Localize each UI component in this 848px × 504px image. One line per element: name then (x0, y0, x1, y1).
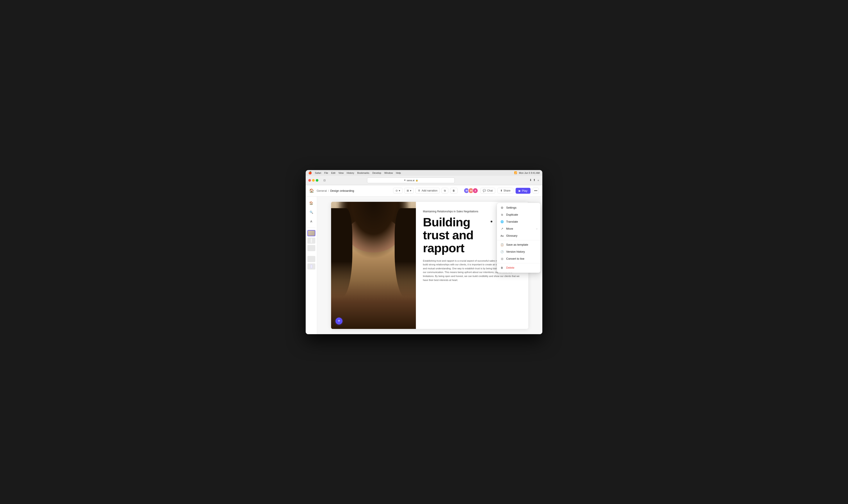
slide-person-image (331, 202, 416, 329)
save-template-label: Save as template (506, 243, 537, 246)
breadcrumb: General / Design onboarding (317, 189, 354, 193)
download-icon[interactable]: ⬇ (529, 178, 532, 182)
glossary-label: Glossary (506, 234, 537, 237)
layout-button[interactable]: ⊞ ▾ (404, 188, 414, 194)
view-mode-button[interactable]: ⊙ ▾ (393, 188, 402, 194)
wifi-icon: 📶 (514, 172, 517, 174)
add-slide-button[interactable]: + (336, 318, 342, 325)
duplicate-label: Duplicate (506, 213, 537, 216)
move-label: Move (506, 227, 534, 230)
menu-bar: 🍎 Safari File Edit View History Bookmark… (306, 170, 542, 176)
menu-help[interactable]: Help (396, 172, 401, 174)
address-bar[interactable]: ✦ sana.ai 🔒 (367, 178, 455, 183)
maximize-window-button[interactable] (316, 179, 319, 182)
browser-actions: ⬇ ⬆ ＋ (529, 178, 540, 182)
more-options-button[interactable]: ••• (533, 187, 539, 194)
minimize-window-button[interactable] (312, 179, 315, 182)
play-icon: ▶ (519, 189, 521, 193)
share-label: Share (504, 189, 510, 192)
menu-item-version-history[interactable]: 🕐 Version history (497, 248, 540, 255)
app-container: 🏠 General / Design onboarding ⊙ ▾ ⊞ ▾ 🎙 … (306, 185, 542, 334)
narration-icon: 🎙 (418, 189, 420, 192)
slide-thumb-5[interactable] (307, 264, 315, 270)
breadcrumb-general[interactable]: General (317, 189, 327, 193)
traffic-lights (308, 179, 319, 182)
chat-icon: 💬 (483, 189, 486, 192)
clock: Mon Jun 5 9:41 AM (519, 172, 540, 174)
breadcrumb-separator: / (328, 189, 329, 193)
menu-item-save-as-template[interactable]: 📋 Save as template (497, 241, 540, 248)
menu-item-settings[interactable]: ⚙ Settings (497, 204, 540, 211)
view-icon: ⊙ (396, 189, 398, 192)
context-menu: ⚙ Settings ⧉ Duplicate 🌐 Translate (497, 203, 541, 273)
menu-history[interactable]: History (347, 172, 354, 174)
move-icon: ↗ (500, 227, 504, 231)
add-narration-label: Add narration (421, 189, 437, 192)
delete-icon: 🗑 (500, 266, 504, 270)
add-narration-button[interactable]: 🎙 Add narration (415, 188, 440, 194)
translate-label: Translate (506, 220, 537, 223)
chat-button[interactable]: 💬 Chat (480, 188, 495, 194)
app-toolbar: 🏠 General / Design onboarding ⊙ ▾ ⊞ ▾ 🎙 … (306, 185, 542, 197)
slide-image (331, 202, 416, 329)
play-label: Play (522, 189, 527, 193)
sidebar-search-icon[interactable]: 🔍 (307, 209, 315, 216)
more-icon: ••• (534, 189, 538, 193)
sidebar-spacer (307, 252, 315, 255)
settings-label: Settings (506, 206, 537, 209)
avatar-3: A (472, 188, 478, 194)
menu-item-duplicate[interactable]: ⧉ Duplicate (497, 211, 540, 218)
browser-navigation: ⊡ (322, 178, 327, 183)
menu-item-convert-to-live[interactable]: ◎ Convert to live (497, 255, 540, 262)
home-nav-icon[interactable]: 🏠 (309, 188, 314, 193)
menu-safari[interactable]: Safari (315, 172, 321, 174)
layout-arrow: ▾ (410, 189, 411, 192)
menu-bookmarks[interactable]: Bookmarks (357, 172, 369, 174)
breadcrumb-current-page: Design onboarding (330, 189, 354, 193)
glossary-icon: Aa (500, 234, 504, 238)
save-template-icon: 📋 (500, 243, 504, 247)
delete-toolbar-button[interactable]: 🗑 (450, 188, 457, 194)
sidebar-font-icon[interactable]: A (307, 218, 315, 226)
convert-live-icon: ◎ (500, 257, 504, 261)
settings-icon: ⚙ (500, 206, 504, 210)
menu-item-translate[interactable]: 🌐 Translate (497, 218, 540, 225)
chat-label: Chat (487, 189, 492, 192)
move-submenu-arrow: › (536, 227, 537, 230)
menu-window[interactable]: Window (384, 172, 393, 174)
menu-file[interactable]: File (324, 172, 328, 174)
menu-bar-right: 📶 Mon Jun 5 9:41 AM (514, 172, 540, 174)
slide-thumb-2[interactable] (307, 237, 315, 244)
share-browser-icon[interactable]: ⬆ (533, 178, 536, 182)
lock-icon: 🔒 (415, 179, 418, 181)
menu-develop[interactable]: Develop (372, 172, 381, 174)
copy-icon: ⧉ (444, 189, 446, 192)
version-history-label: Version history (506, 250, 537, 253)
url-text: sana.ai (407, 179, 414, 182)
favicon: ✦ (404, 179, 406, 182)
menu-divider-1 (497, 240, 540, 240)
add-icon: + (338, 319, 340, 323)
copy-button[interactable]: ⧉ (441, 188, 448, 194)
share-icon: ⬆ (500, 189, 502, 192)
menu-item-delete[interactable]: 🗑 Delete (497, 264, 540, 271)
duplicate-icon: ⧉ (500, 213, 504, 217)
slide-thumb-3[interactable] (307, 245, 315, 251)
sidebar-home-icon[interactable]: 🏠 (307, 199, 315, 207)
menu-edit[interactable]: Edit (331, 172, 335, 174)
close-window-button[interactable] (308, 179, 311, 182)
slide-thumb-1[interactable] (307, 230, 315, 236)
convert-live-label: Convert to live (506, 257, 537, 260)
menu-view[interactable]: View (338, 172, 344, 174)
share-button[interactable]: ⬆ Share (498, 188, 513, 194)
slide-thumb-4[interactable] (307, 256, 315, 262)
menu-item-glossary[interactable]: Aa Glossary (497, 232, 540, 239)
apple-menu[interactable]: 🍎 (308, 171, 312, 175)
sidebar-toggle-button[interactable]: ⊡ (322, 178, 327, 183)
menu-item-move[interactable]: ↗ Move › (497, 225, 540, 232)
menu-bar-left: 🍎 Safari File Edit View History Bookmark… (308, 171, 401, 175)
new-tab-icon[interactable]: ＋ (537, 178, 540, 182)
left-sidebar: 🏠 🔍 A (306, 197, 317, 334)
browser-toolbar: ⊡ ✦ sana.ai 🔒 ⬇ ⬆ ＋ (306, 176, 542, 185)
play-button[interactable]: ▶ Play (516, 188, 530, 194)
